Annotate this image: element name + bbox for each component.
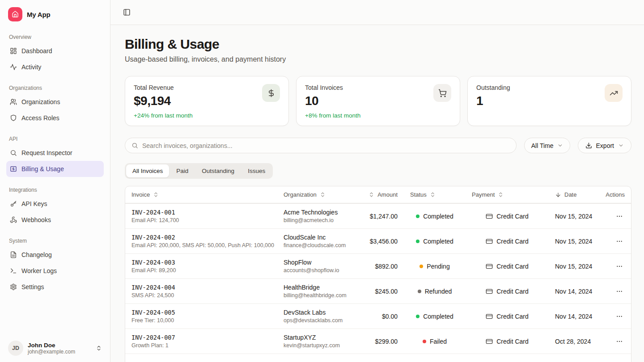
table-row: INV-2024-006 Acme Technologies $1,189.00… [125,354,631,362]
activity-icon [10,63,17,71]
invoice-id: INV-2024-005 [131,309,271,316]
column-header-amount[interactable]: Amount [361,191,404,198]
table-row: INV-2024-001Email API: 124,700 Acme Tech… [125,203,631,228]
status-label: Pending [427,263,449,270]
sidebar-item-activity[interactable]: Activity [6,59,104,75]
dollar-badge [262,84,280,102]
chevrons-up-down-icon [96,345,102,351]
column-header-invoice[interactable]: Invoice [125,191,277,198]
stat-card-outstanding: Outstanding 1 [467,76,631,126]
sidebar-nav: Overview Dashboard Activity Organization… [6,24,104,338]
tab-all-invoices[interactable]: All Invoices [126,164,169,177]
download-icon [585,142,592,149]
row-actions-button[interactable] [614,211,625,222]
stat-value: 1 [476,94,510,108]
stat-value: $9,194 [134,94,193,108]
org-name: Acme Technologies [284,209,355,216]
status-dot [416,215,419,218]
topbar [110,0,644,25]
main-area: Billing & Usage Usage-based billing, inv… [110,0,644,362]
amount: $892.00 [375,263,398,270]
user-menu[interactable]: JD John Doe john@example.com [6,338,104,357]
status-label: Completed [423,313,453,320]
sidebar-item-request-inspector[interactable]: Request Inspector [6,145,104,161]
invoice-tabs: All Invoices Paid Outstanding Issues [125,163,273,179]
sort-icon [498,192,504,198]
org-email: ops@devstacklabs.com [284,317,355,324]
user-name: John Doe [28,342,91,349]
sidebar-item-organizations[interactable]: Organizations [6,94,104,110]
payment-method: Credit Card [496,338,529,345]
stat-delta: +8% from last month [305,112,360,119]
dollar-icon [267,89,275,97]
app-logo [8,7,22,21]
invoice-id: INV-2024-002 [131,234,271,241]
invoice-usage: Email API: 89,200 [131,267,271,274]
invoice-usage: Growth Plan: 1 [131,342,271,349]
payment-method: Credit Card [496,288,529,295]
payment-method: Credit Card [496,238,529,245]
invoice-usage: Email API: 124,700 [131,217,271,223]
row-actions-button[interactable] [614,286,625,297]
page-title: Billing & Usage [125,37,631,52]
invoice-date: Nov 15, 2024 [555,213,595,220]
section-label-overview: Overview [9,34,101,40]
sidebar-item-access-roles[interactable]: Access Roles [6,110,104,126]
credit-card-icon [486,288,493,295]
sidebar-item-billing-usage[interactable]: Billing & Usage [6,161,104,177]
ellipsis-icon [616,213,623,220]
chevron-down-icon [618,143,624,148]
tab-outstanding[interactable]: Outstanding [195,164,241,177]
row-actions-button[interactable] [614,311,625,322]
org-name: DevStack Labs [284,309,355,316]
column-header-status[interactable]: Status [404,191,466,198]
ellipsis-icon [616,313,623,320]
avatar: JD [8,341,23,356]
stat-delta: +24% from last month [134,112,193,119]
payment-method: Credit Card [496,263,529,270]
export-button[interactable]: Export [578,138,631,153]
column-header-actions: Actions [602,191,631,198]
row-actions-button[interactable] [614,261,625,272]
table-row: INV-2024-003Email API: 89,200 ShopFlowac… [125,253,631,278]
app-brand: My App [6,6,104,24]
shopping-cart-icon [438,89,447,97]
sidebar-item-webhooks[interactable]: Webhooks [6,212,104,228]
sidebar-item-api-keys[interactable]: API Keys [6,196,104,212]
invoice-date: Nov 14, 2024 [555,288,595,295]
amount: $0.00 [382,313,398,320]
trend-badge [605,84,623,102]
search-icon [10,149,17,156]
stat-card-total-invoices: Total Invoices 10 +8% from last month [296,76,460,126]
amount: $3,456.00 [370,238,398,245]
org-email: finance@cloudscale.com [284,242,355,248]
search-icon [131,142,138,149]
row-actions-button[interactable] [614,236,625,247]
sidebar-item-label: Settings [21,283,44,290]
sidebar-item-dashboard[interactable]: Dashboard [6,43,104,59]
org-name: CloudScale Inc [284,234,355,241]
sidebar-item-changelog[interactable]: Changelog [6,247,104,263]
column-header-date[interactable]: Date [549,191,602,198]
credit-card-icon [486,338,493,345]
sort-icon [369,192,374,198]
payment-method: Credit Card [496,313,529,320]
time-filter-value: All Time [531,142,554,149]
sidebar-item-settings[interactable]: Settings [6,279,104,295]
panel-left-icon [123,8,131,16]
row-actions-button[interactable] [614,336,625,347]
tab-paid[interactable]: Paid [170,164,195,177]
users-icon [10,98,17,105]
sidebar-item-worker-logs[interactable]: Worker Logs [6,263,104,279]
invoice-date: Nov 15, 2024 [555,238,595,245]
column-header-payment[interactable]: Payment [466,191,549,198]
sidebar-toggle-button[interactable] [122,8,131,17]
tab-issues[interactable]: Issues [242,164,271,177]
column-header-organization[interactable]: Organization [277,191,361,198]
search-input[interactable] [142,142,510,149]
time-filter-dropdown[interactable]: All Time [524,138,570,153]
org-email: kevin@startupxyz.com [284,342,355,349]
status-label: Refunded [425,288,452,295]
status-label: Failed [430,338,447,345]
invoice-usage: Email API: 200,000, SMS API: 50,000, Pus… [131,242,271,248]
